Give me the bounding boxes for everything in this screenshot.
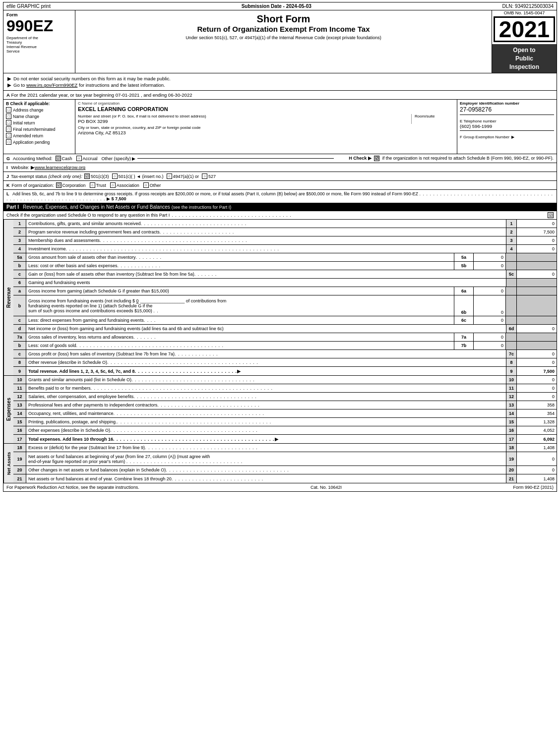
section-j-text: Tax-exempt status (check only one):: [11, 174, 82, 179]
j-527-checkbox[interactable]: ○: [202, 174, 207, 179]
revenue-section: Revenue 1 Contributions, gifts, grants, …: [3, 220, 557, 376]
final-return-checkbox[interactable]: □: [6, 126, 11, 132]
revenue-rows: 1 Contributions, gifts, grants, and simi…: [13, 220, 557, 375]
row-6: 6 Gaming and fundraising events: [13, 279, 557, 287]
phone-value: (602) 596-1999: [460, 123, 554, 131]
row-7c-desc: Gross profit or (loss) from sales of inv…: [26, 350, 506, 358]
row-18-value: 1,408: [517, 444, 557, 452]
h-checkbox[interactable]: ☑: [374, 156, 379, 161]
row-7b-lineval: 0: [474, 342, 506, 349]
instruction-line-1: ▶ Do not enter social security numbers o…: [7, 76, 553, 81]
row-18: 18 Excess or (deficit) for the year (Sub…: [13, 444, 557, 452]
cash-checkbox[interactable]: ☑: [56, 156, 61, 161]
application-pending-row: □ Application pending: [6, 139, 72, 145]
row-5b-num: b: [13, 262, 26, 270]
accrual-checkbox[interactable]: ○: [76, 156, 82, 161]
section-l-text: Add lines 5b, 6c, and 7b to line 9 to de…: [6, 191, 553, 201]
row-14-num: 14: [13, 409, 26, 417]
row-10: 10 Grants and similar amounts paid (list…: [13, 376, 557, 384]
row-9: 9 Total revenue. Add lines 1, 2, 3, 4, 5…: [13, 367, 557, 375]
address-row: Number and street (or P. O. box, if mail…: [78, 114, 454, 124]
submission-date: Submission Date - 2024-05-03: [242, 3, 311, 9]
row-15-value: 1,328: [517, 418, 557, 426]
section-l-label: L: [6, 191, 9, 196]
row-16-num: 16: [13, 426, 26, 434]
open-to-public: Open toPublicInspection: [492, 44, 557, 73]
row-19-num: 19: [13, 452, 26, 465]
row-16: 16 Other expenses (describe in Schedule …: [13, 426, 557, 435]
row-13-value: 358: [517, 401, 557, 409]
row-12-value: 0: [517, 393, 557, 401]
section-k-label: K: [6, 183, 10, 188]
row-6-colnum: [506, 279, 517, 287]
row-11-desc: Benefits paid to or for members . . . . …: [26, 384, 506, 392]
row-1-value: 0: [517, 220, 557, 228]
check-dots: . . . . . . . . . . . . . . . . . . . . …: [172, 213, 546, 218]
j-527-label: 527: [208, 174, 216, 179]
k-assoc-label: Association: [117, 183, 139, 188]
row-6a-colnum: [506, 287, 517, 295]
application-pending-checkbox[interactable]: □: [6, 139, 11, 145]
row-9-desc: Total revenue. Add lines 1, 2, 3, 4, 5c,…: [26, 367, 506, 375]
k-trust-checkbox[interactable]: ○: [90, 182, 95, 188]
website-link[interactable]: www.learnexcelgrow.org: [35, 165, 85, 170]
row-5b-value: [517, 262, 557, 270]
row-5b-lineref: 5b: [454, 262, 474, 270]
row-2-desc: Program service revenue including govern…: [26, 228, 506, 236]
row-7a-colnum: [506, 333, 517, 341]
section-h-inline: H Check ▶ ☑ if the organization is not r…: [349, 156, 554, 161]
amended-return-checkbox[interactable]: □: [6, 133, 11, 138]
k-assoc-checkbox[interactable]: ○: [110, 182, 116, 188]
initial-return-checkbox[interactable]: □: [6, 120, 11, 125]
section-k-text: Form of organization:: [12, 183, 54, 188]
row-5a-colnum: [506, 253, 517, 261]
k-other-checkbox[interactable]: ○: [143, 182, 149, 188]
h-description: if the organization is not required to a…: [382, 156, 554, 161]
address-change-row: □ Address change: [6, 107, 72, 113]
row-4: 4 Investment income . . . . . . . . . . …: [13, 245, 557, 253]
j-4947a1-checkbox[interactable]: ○: [167, 174, 172, 179]
j-501c-label: 501(c)( ) ◄ (insert no.): [119, 174, 164, 179]
j-501c3-checkbox[interactable]: ☑: [84, 174, 90, 179]
part-i-checkbox[interactable]: ☑: [548, 212, 554, 218]
group-ex-label: F Group Exemption Number: [460, 135, 509, 139]
row-1-desc: Contributions, gifts, grants, and simila…: [26, 220, 506, 228]
section-i-text: Website: ▶www.learnexcelgrow.org: [11, 165, 85, 170]
address-change-checkbox[interactable]: □: [6, 107, 11, 113]
row-2-colnum: 2: [506, 228, 517, 236]
irs-link[interactable]: www.irs.gov/Form990EZ: [26, 82, 77, 88]
row-14-desc: Occupancy, rent, utilities, and maintena…: [26, 409, 506, 417]
k-corp-checkbox[interactable]: ☑: [56, 182, 62, 188]
row-13: 13 Professional fees and other payments …: [13, 401, 557, 409]
row-5c-desc: Gain or (loss) from sale of assets other…: [26, 270, 506, 278]
row-21: 21 Net assets or fund balances at end of…: [13, 474, 557, 483]
j-501c-checkbox[interactable]: ○: [112, 174, 118, 179]
dln-number: DLN: 93492125003034: [502, 3, 554, 9]
row-14: 14 Occupancy, rent, utilities, and maint…: [13, 409, 557, 418]
net-assets-section: Net Assets 18 Excess or (deficit) for th…: [3, 444, 557, 483]
row-5b-colnum: [506, 262, 517, 270]
omb-number: OMB No. 1545-0047: [504, 10, 545, 15]
section-a-text: For the 2021 calendar year, or tax year …: [11, 92, 192, 98]
row-11-colnum: 11: [506, 384, 517, 392]
initial-return-label: Initial return: [13, 120, 35, 125]
name-change-checkbox[interactable]: □: [6, 114, 11, 119]
row-14-value: 354: [517, 409, 557, 417]
revenue-side-label: Revenue: [3, 220, 13, 375]
row-2-value: 7,500: [517, 228, 557, 236]
row-6a-lineref: 6a: [454, 287, 474, 295]
row-6a-num: a: [13, 287, 26, 295]
row-3-num: 3: [13, 236, 26, 244]
row-6-value: [517, 279, 557, 287]
check-desc: Check if the organization used Schedule …: [6, 213, 170, 218]
row-7b-lineref: 7b: [454, 342, 474, 349]
top-bar: efile GRAPHIC print Submission Date - 20…: [3, 2, 557, 10]
row-11: 11 Benefits paid to or for members . . .…: [13, 384, 557, 393]
row-8-value: 0: [517, 358, 557, 366]
section-j: J Tax-exempt status (check only one): ☑ …: [3, 172, 557, 181]
row-17-colnum: 17: [506, 435, 517, 443]
k-trust-label: Trust: [96, 183, 106, 188]
row-11-num: 11: [13, 384, 26, 392]
ein-value: 27-0958276: [460, 106, 554, 115]
row-8-colnum: 8: [506, 358, 517, 366]
